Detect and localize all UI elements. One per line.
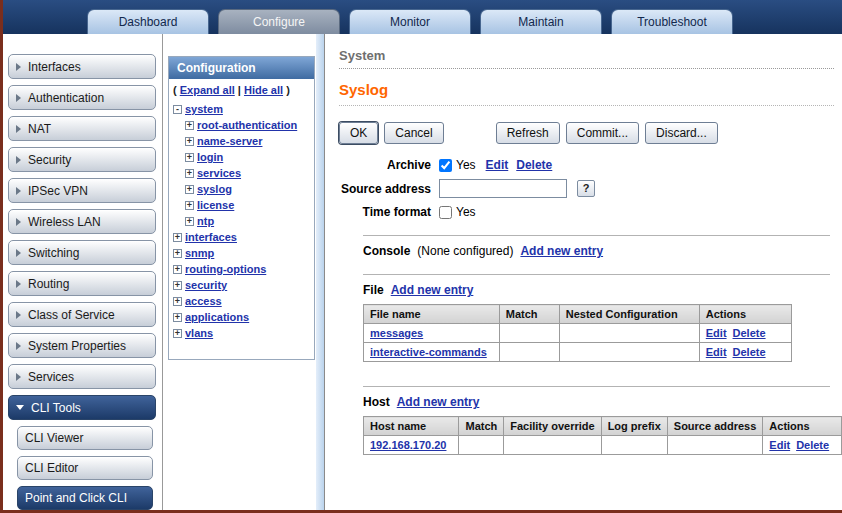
expand-icon[interactable]: + — [173, 281, 182, 290]
tree-node-link[interactable]: root-authentication — [197, 119, 297, 131]
chevron-right-icon — [16, 342, 21, 350]
sidebar-item-security[interactable]: Security — [8, 147, 156, 172]
edit-link[interactable]: Edit — [769, 439, 790, 451]
expand-icon[interactable]: + — [173, 265, 182, 274]
archive-checkbox[interactable] — [439, 159, 452, 172]
tree-node-link[interactable]: login — [197, 151, 223, 163]
tree-node-link[interactable]: routing-options — [185, 263, 266, 275]
sidebar-item-label: Point and Click CLI — [25, 491, 127, 505]
source-address-input[interactable] — [439, 179, 567, 198]
tree-node-link[interactable]: license — [197, 199, 234, 211]
host-name-link[interactable]: 192.168.170.20 — [370, 439, 446, 451]
expand-icon[interactable]: + — [173, 297, 182, 306]
sidebar-item-wireless-lan[interactable]: Wireless LAN — [8, 209, 156, 234]
sidebar-item-class-of-service[interactable]: Class of Service — [8, 302, 156, 327]
sidebar-item-interfaces[interactable]: Interfaces — [8, 54, 156, 79]
tree-node-link[interactable]: services — [197, 167, 241, 179]
sidebar-item-point-and-click-cli[interactable]: Point and Click CLI — [17, 486, 153, 510]
sidebar-item-authentication[interactable]: Authentication — [8, 85, 156, 110]
tree-node-link[interactable]: access — [185, 295, 222, 307]
expand-icon[interactable]: + — [173, 249, 182, 258]
cancel-button[interactable]: Cancel — [384, 122, 443, 144]
archive-edit-link[interactable]: Edit — [486, 158, 509, 172]
archive-delete-link[interactable]: Delete — [516, 158, 552, 172]
expand-icon[interactable]: + — [185, 217, 194, 226]
tree-node-services: +services — [173, 165, 312, 181]
tab-monitor[interactable]: Monitor — [349, 9, 471, 34]
expand-icon[interactable]: + — [185, 153, 194, 162]
tab-maintain[interactable]: Maintain — [480, 9, 602, 34]
console-add-new-entry-link[interactable]: Add new entry — [520, 244, 603, 258]
console-header: Console (None configured) Add new entry — [363, 244, 830, 258]
host-header: Host Add new entry — [363, 395, 830, 409]
host-table: Host name Match Facility override Log pr… — [363, 416, 842, 455]
sidebar-item-cli-tools[interactable]: CLI Tools — [8, 395, 156, 420]
time-format-checkbox[interactable] — [439, 206, 452, 219]
host-table-header-row: Host name Match Facility override Log pr… — [364, 417, 842, 436]
sidebar-item-label: System Properties — [28, 339, 126, 353]
column-header-match: Match — [459, 417, 504, 436]
sidebar-item-routing[interactable]: Routing — [8, 271, 156, 296]
expand-icon[interactable]: + — [173, 329, 182, 338]
refresh-button[interactable]: Refresh — [496, 122, 560, 144]
tree-node-link[interactable]: applications — [185, 311, 249, 323]
expand-icon[interactable]: + — [185, 185, 194, 194]
sidebar-item-services[interactable]: Services — [8, 364, 156, 389]
tree-node-link[interactable]: name-server — [197, 135, 262, 147]
file-table-header-row: File name Match Nested Configuration Act… — [364, 305, 792, 324]
sidebar-item-ipsec-vpn[interactable]: IPSec VPN — [8, 178, 156, 203]
host-add-new-entry-link[interactable]: Add new entry — [397, 395, 480, 409]
table-row: 192.168.170.20 EditDelete — [364, 436, 842, 455]
hide-all-link[interactable]: Hide all — [244, 84, 283, 96]
edit-link[interactable]: Edit — [706, 346, 727, 358]
tree-node-snmp: +snmp — [173, 245, 312, 261]
tree-node-link[interactable]: system — [185, 103, 223, 115]
tab-troubleshoot[interactable]: Troubleshoot — [611, 9, 733, 34]
sidebar-item-label: NAT — [28, 122, 51, 136]
expand-icon[interactable]: + — [185, 169, 194, 178]
file-name-link[interactable]: interactive-commands — [370, 346, 487, 358]
sidebar-item-cli-editor[interactable]: CLI Editor — [17, 456, 153, 480]
tree-node-link[interactable]: vlans — [185, 327, 213, 339]
tab-configure[interactable]: Configure — [218, 9, 340, 34]
tree-node-routing-options: +routing-options — [173, 261, 312, 277]
page-title: Syslog — [339, 81, 834, 106]
expand-icon[interactable]: + — [185, 137, 194, 146]
sidebar-item-cli-viewer[interactable]: CLI Viewer — [17, 426, 153, 450]
collapse-icon[interactable]: - — [173, 105, 182, 114]
discard-button[interactable]: Discard... — [645, 122, 718, 144]
expand-icon[interactable]: + — [173, 233, 182, 242]
expand-all-link[interactable]: Expand all — [180, 84, 235, 96]
tree-scrollbar[interactable] — [316, 34, 324, 510]
file-add-new-entry-link[interactable]: Add new entry — [391, 283, 474, 297]
tree-node-link[interactable]: snmp — [185, 247, 214, 259]
expand-icon[interactable]: + — [173, 313, 182, 322]
file-name-link[interactable]: messages — [370, 327, 423, 339]
delete-link[interactable]: Delete — [796, 439, 829, 451]
column-header-log-prefix: Log prefix — [601, 417, 667, 436]
tree-node-link[interactable]: security — [185, 279, 227, 291]
help-button[interactable]: ? — [577, 180, 595, 197]
ok-button[interactable]: OK — [339, 122, 378, 144]
tree-node-link[interactable]: interfaces — [185, 231, 237, 243]
tree-node-license: +license — [173, 197, 312, 213]
sidebar-item-label: Authentication — [28, 91, 104, 105]
tree-node-access: +access — [173, 293, 312, 309]
expand-icon[interactable]: + — [185, 121, 194, 130]
sidebar-item-nat[interactable]: NAT — [8, 116, 156, 141]
tree-node-link[interactable]: ntp — [197, 215, 214, 227]
delete-link[interactable]: Delete — [733, 346, 766, 358]
commit-button[interactable]: Commit... — [566, 122, 639, 144]
edit-link[interactable]: Edit — [706, 327, 727, 339]
tab-dashboard[interactable]: Dashboard — [87, 9, 209, 34]
console-title: Console — [363, 244, 410, 258]
nested-configuration-cell — [559, 343, 699, 362]
file-header: File Add new entry — [363, 283, 830, 297]
sidebar-item-system-properties[interactable]: System Properties — [8, 333, 156, 358]
top-nav-bar: Dashboard Configure Monitor Maintain Tro… — [3, 0, 842, 34]
expand-icon[interactable]: + — [185, 201, 194, 210]
tree-node-name-server: +name-server — [173, 133, 312, 149]
tree-node-link[interactable]: syslog — [197, 183, 232, 195]
delete-link[interactable]: Delete — [733, 327, 766, 339]
sidebar-item-switching[interactable]: Switching — [8, 240, 156, 265]
